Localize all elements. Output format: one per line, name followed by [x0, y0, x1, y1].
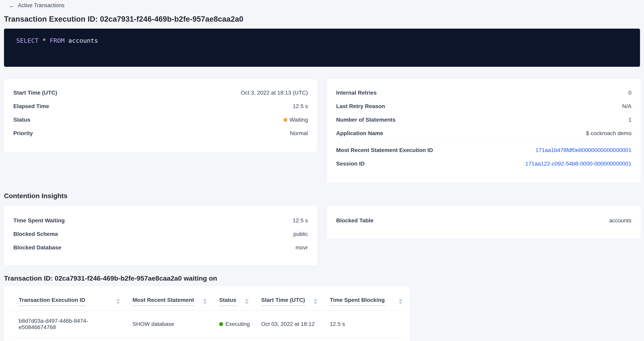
- waiting-on-heading: Transaction ID: 02ca7931-f246-469b-b2fe-…: [4, 275, 641, 282]
- waiting-table-header-row: Transaction Execution ID Most Recent Sta…: [9, 293, 405, 310]
- application-name-value: $ cockroach demo: [586, 130, 632, 136]
- internal-retries-label: Internal Retries: [336, 90, 377, 96]
- number-of-statements-row: Number of Statements 1: [336, 113, 632, 127]
- contention-details-card: Time Spent Waiting 12.5 s Blocked Schema…: [4, 206, 317, 265]
- blocked-schema-row: Blocked Schema public: [13, 227, 308, 241]
- elapsed-time-label: Elapsed Time: [13, 103, 49, 109]
- statement-execution-id-row: Most Recent Statement Execution ID 171aa…: [336, 143, 632, 157]
- cell-start-time: Oct 03, 2022 at 18:12: [252, 321, 320, 327]
- cell-most-recent-statement: SHOW database: [123, 321, 210, 327]
- status-value: Waiting: [284, 117, 308, 123]
- cell-status-text: Executing: [225, 321, 250, 327]
- application-name-row: Application Name $ cockroach demo: [336, 127, 632, 140]
- blocked-table-card: Blocked Table accounts: [327, 206, 641, 239]
- blocked-table-value: accounts: [609, 217, 632, 224]
- column-header-label: Transaction Execution ID: [19, 297, 85, 306]
- priority-row: Priority Normal: [13, 127, 308, 140]
- last-retry-reason-row: Last Retry Reason N/A: [336, 100, 632, 113]
- column-header-label: Status: [219, 297, 236, 306]
- internal-retries-row: Internal Retries 0: [336, 86, 632, 100]
- blocked-schema-label: Blocked Schema: [13, 231, 58, 237]
- sort-arrows-icon: [116, 299, 120, 304]
- statement-execution-id-link[interactable]: 171aa1b478fdf0e80000000000000001: [536, 147, 632, 153]
- sort-arrows-icon: [399, 299, 402, 304]
- elapsed-time-row: Elapsed Time 12.5 s: [13, 100, 308, 113]
- executing-status-dot-icon: [219, 322, 223, 326]
- waiting-status-dot-icon: [284, 118, 288, 122]
- blocked-table-row: Blocked Table accounts: [336, 214, 632, 227]
- status-text: Waiting: [290, 117, 308, 123]
- session-id-row: Session ID 171aa122-c092-54b8-0000-00000…: [336, 157, 632, 170]
- session-id-label: Session ID: [336, 161, 364, 167]
- page-title: Transaction Execution ID: 02ca7931-f246-…: [4, 15, 641, 23]
- time-spent-waiting-row: Time Spent Waiting 12.5 s: [13, 214, 308, 227]
- application-name-label: Application Name: [336, 130, 383, 136]
- sql-statement-box: SELECT * FROM accounts: [4, 29, 640, 67]
- priority-label: Priority: [13, 130, 33, 136]
- column-header-most-recent-statement[interactable]: Most Recent Statement: [123, 297, 210, 306]
- blocked-table-label: Blocked Table: [336, 217, 374, 224]
- column-header-status[interactable]: Status: [210, 297, 252, 306]
- back-arrow-icon: ←: [9, 2, 15, 8]
- column-header-label: Time Spent Blocking: [330, 297, 385, 306]
- blocked-database-label: Blocked Database: [13, 244, 61, 251]
- column-header-time-spent-blocking[interactable]: Time Spent Blocking: [320, 297, 405, 306]
- column-header-transaction-execution-id[interactable]: Transaction Execution ID: [9, 297, 123, 306]
- start-time-value: Oct 3, 2022 at 18:13 (UTC): [241, 90, 308, 96]
- waiting-transactions-table-card: Transaction Execution ID Most Recent Sta…: [4, 286, 410, 341]
- transaction-timing-card: Start Time (UTC) Oct 3, 2022 at 18:13 (U…: [4, 79, 317, 153]
- number-of-statements-label: Number of Statements: [336, 117, 396, 123]
- start-time-row: Start Time (UTC) Oct 3, 2022 at 18:13 (U…: [13, 86, 308, 100]
- elapsed-time-value: 12.5 s: [293, 103, 308, 109]
- session-id-link[interactable]: 171aa122-c092-54b8-0000-000000000001: [525, 161, 632, 167]
- priority-value: Normal: [290, 130, 308, 136]
- statement-execution-id-label: Most Recent Statement Execution ID: [336, 147, 433, 153]
- start-time-label: Start Time (UTC): [13, 90, 57, 96]
- blocked-database-row: Blocked Database movr: [13, 241, 308, 254]
- last-retry-reason-label: Last Retry Reason: [336, 103, 385, 109]
- column-header-label: Start Time (UTC): [261, 297, 305, 306]
- card-divider: [336, 142, 632, 142]
- sql-keyword-from: FROM: [50, 37, 65, 44]
- sort-arrows-icon: [314, 299, 317, 304]
- time-spent-waiting-value: 12.5 s: [293, 217, 308, 224]
- status-label: Status: [13, 117, 30, 123]
- status-row: Status Waiting: [13, 113, 308, 127]
- number-of-statements-value: 1: [628, 117, 632, 123]
- blocked-database-value: movr: [296, 244, 308, 251]
- sql-star: *: [38, 37, 50, 44]
- sql-keyword-select: SELECT: [16, 37, 38, 44]
- active-transaction-details-page: ← Active Transactions Transaction Execut…: [0, 0, 644, 341]
- contention-insights-heading: Contention Insights: [4, 192, 641, 200]
- sort-arrows-icon: [203, 299, 207, 304]
- sql-table-name: accounts: [65, 37, 98, 44]
- back-link-label: Active Transactions: [18, 2, 64, 8]
- internal-retries-value: 0: [628, 90, 632, 96]
- cell-transaction-execution-id: b8d7d03a-d497-446b-8474-e50846674768: [9, 318, 123, 331]
- back-link[interactable]: ← Active Transactions: [9, 2, 64, 8]
- waiting-table-row: b8d7d03a-d497-446b-8474-e50846674768 SHO…: [9, 310, 405, 338]
- column-header-label: Most Recent Statement: [132, 297, 194, 306]
- transaction-metadata-card: Internal Retries 0 Last Retry Reason N/A…: [327, 79, 641, 183]
- contention-cards-row: Time Spent Waiting 12.5 s Blocked Schema…: [4, 206, 641, 265]
- sort-arrows-icon: [245, 299, 248, 304]
- column-header-start-time[interactable]: Start Time (UTC): [252, 297, 320, 306]
- cell-time-spent-blocking: 12.5 s: [320, 321, 405, 327]
- cell-status: Executing: [210, 321, 252, 327]
- blocked-schema-value: public: [293, 231, 308, 237]
- transaction-summary-row: Start Time (UTC) Oct 3, 2022 at 18:13 (U…: [4, 79, 641, 183]
- time-spent-waiting-label: Time Spent Waiting: [13, 217, 65, 224]
- last-retry-reason-value: N/A: [622, 103, 632, 109]
- sql-statement-text: SELECT * FROM accounts: [16, 37, 98, 44]
